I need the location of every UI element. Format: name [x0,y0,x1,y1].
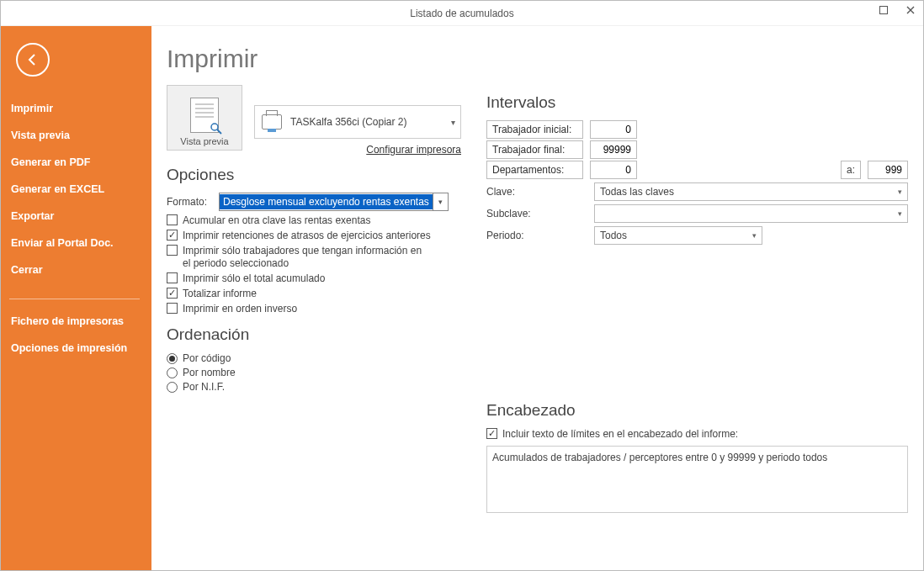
chevron-down-icon: ▾ [451,118,455,127]
sidebar-item-imprimir[interactable]: Imprimir [1,95,151,122]
printer-icon [262,114,282,130]
sidebar-item-vista-previa[interactable]: Vista previa [1,122,151,149]
trabajador-final-input[interactable] [590,140,637,159]
trabajador-final-label: Trabajador final: [486,140,583,159]
chevron-down-icon: ▾ [898,188,902,196]
check-incluir-limites[interactable]: Incluir texto de límites en el encabezad… [486,428,908,441]
chevron-down-icon: ▾ [898,209,902,218]
clave-label: Clave: [486,186,594,198]
trabajador-inicial-input[interactable] [590,120,637,139]
check-solo-trabajadores-periodo[interactable]: Imprimir sólo trabajadores que tengan in… [167,245,461,270]
chevron-down-icon: ▾ [752,231,757,240]
svg-rect-0 [880,7,888,14]
window-restore-button[interactable] [874,1,893,19]
back-button[interactable] [16,43,50,77]
chevron-down-icon: ▾ [433,193,448,210]
sidebar: Imprimir Vista previa Generar en PDF Gen… [1,26,151,570]
window-title: Listado de acumulados [410,8,513,19]
document-preview-icon [190,98,219,133]
radio-por-nif[interactable]: Por N.I.F. [167,381,461,393]
sidebar-item-exportar[interactable]: Exportar [1,203,151,230]
sidebar-item-opciones-impresion[interactable]: Opciones de impresión [1,335,151,362]
window-close-button[interactable] [901,1,920,19]
departamentos-to-input[interactable] [868,161,908,179]
printer-selector[interactable]: TASKalfa 356ci (Copiar 2) ▾ [254,105,461,139]
vista-previa-label: Vista previa [180,136,228,146]
printer-name: TASKalfa 356ci (Copiar 2) [290,116,407,128]
encabezado-textarea[interactable]: Acumulados de trabajadores / perceptores… [486,446,908,513]
encabezado-heading: Encabezado [486,401,908,420]
check-acumular-clave[interactable]: Acumular en otra clave las rentas exenta… [167,214,461,227]
periodo-label: Periodo: [486,230,594,241]
trabajador-inicial-label: Trabajador inicial: [486,120,583,139]
page-title: Imprimir [167,45,461,73]
formato-value: Desglose mensual excluyendo rentas exent… [220,194,433,209]
formato-select[interactable]: Desglose mensual excluyendo rentas exent… [219,193,449,211]
check-retenciones-atrasos[interactable]: Imprimir retenciones de atrasos de ejerc… [167,230,461,242]
opciones-heading: Opciones [167,166,461,184]
radio-por-codigo[interactable]: Por código [167,352,461,364]
sidebar-item-enviar-portal[interactable]: Enviar al Portal Doc. [1,230,151,256]
svg-point-1 [211,124,218,130]
check-totalizar[interactable]: Totalizar informe [167,288,461,300]
vista-previa-button[interactable]: Vista previa [167,85,242,151]
departamentos-label: Departamentos: [486,161,583,179]
sidebar-item-generar-pdf[interactable]: Generar en PDF [1,149,151,176]
check-orden-inverso[interactable]: Imprimir en orden inverso [167,303,461,315]
sidebar-item-generar-excel[interactable]: Generar en EXCEL [1,176,151,203]
a-label: a: [841,161,861,179]
subclave-label: Subclave: [486,208,594,219]
radio-por-nombre[interactable]: Por nombre [167,367,461,378]
formato-label: Formato: [167,196,219,208]
check-solo-total[interactable]: Imprimir sólo el total acumulado [167,272,461,285]
title-bar: Listado de acumulados [1,1,923,26]
clave-select[interactable]: Todas las claves▾ [594,182,908,201]
ordenacion-heading: Ordenación [167,325,461,344]
configurar-impresora-link[interactable]: Configurar impresora [254,144,461,156]
periodo-select[interactable]: Todos▾ [594,226,762,245]
sidebar-item-cerrar[interactable]: Cerrar [1,256,151,283]
intervalos-heading: Intervalos [486,93,908,112]
subclave-select[interactable]: ▾ [594,204,908,223]
departamentos-from-input[interactable] [590,161,637,179]
sidebar-separator [9,299,140,299]
sidebar-item-fichero-impresoras[interactable]: Fichero de impresoras [1,308,151,335]
